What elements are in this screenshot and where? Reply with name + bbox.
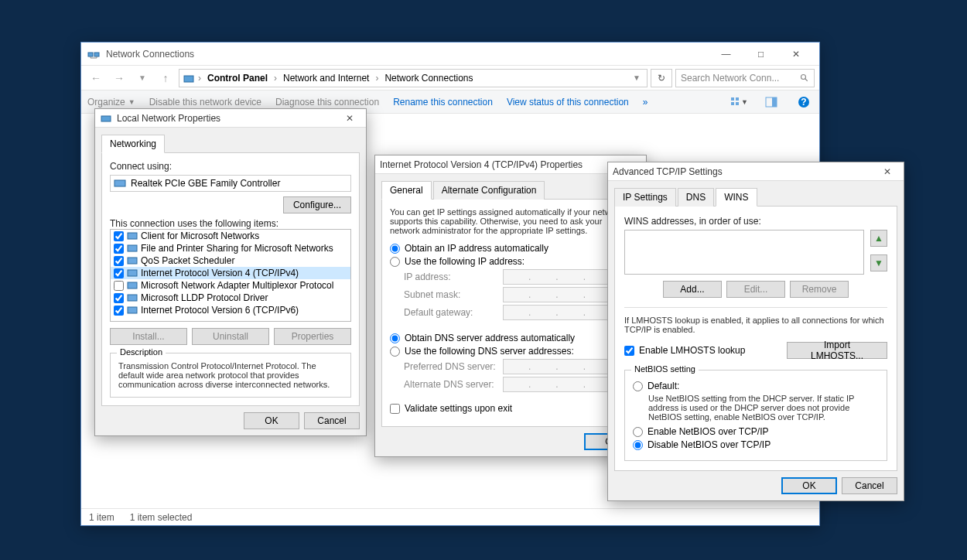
item-checkbox[interactable] [114, 231, 124, 241]
recent-dropdown[interactable]: ▼ [132, 68, 152, 88]
svg-rect-20 [128, 295, 137, 301]
list-item[interactable]: Client for Microsoft Networks [111, 230, 350, 242]
obtain-ip-auto-radio[interactable] [390, 244, 400, 254]
titlebar: Network Connections — □ ✕ [81, 43, 819, 66]
svg-rect-21 [128, 307, 137, 313]
protocol-list[interactable]: Client for Microsoft NetworksFile and Pr… [110, 229, 351, 322]
view-options-icon[interactable]: ▼ [730, 93, 748, 111]
list-item[interactable]: Microsoft Network Adapter Multiplexor Pr… [111, 279, 350, 292]
tab-wins[interactable]: WINS [716, 188, 757, 207]
organize-button[interactable]: Organize ▼ [87, 97, 135, 108]
address-dropdown-icon[interactable]: ▼ [630, 73, 644, 82]
navbar: ← → ▼ ↑ › Control Panel › Network and In… [81, 66, 819, 90]
properties-button[interactable]: Properties [274, 328, 351, 345]
svg-rect-16 [128, 245, 137, 251]
ok-button[interactable]: OK [244, 412, 299, 429]
close-button[interactable]: ✕ [778, 43, 813, 65]
cancel-button[interactable]: Cancel [304, 412, 360, 429]
configure-button[interactable]: Configure... [283, 196, 351, 213]
tab-dns[interactable]: DNS [678, 188, 714, 207]
item-checkbox[interactable] [114, 268, 124, 278]
tab-alternate-configuration[interactable]: Alternate Configuration [433, 181, 545, 200]
item-checkbox[interactable] [114, 306, 124, 316]
rename-button[interactable]: Rename this connection [393, 97, 493, 108]
list-item[interactable]: File and Printer Sharing for Microsoft N… [111, 242, 350, 254]
install-button[interactable]: Install... [110, 328, 187, 345]
svg-rect-14 [114, 180, 125, 186]
crumb-network-internet[interactable]: Network and Internet [280, 71, 372, 85]
ip-address-field: ... [503, 269, 611, 285]
close-button[interactable]: ✕ [338, 111, 361, 126]
item-checkbox[interactable] [114, 256, 124, 266]
disable-device-button[interactable]: Disable this network device [149, 97, 261, 108]
wins-list[interactable] [624, 230, 864, 275]
protocol-icon [127, 230, 138, 241]
item-checkbox[interactable] [114, 281, 124, 291]
network-icon [183, 72, 195, 84]
tab-networking[interactable]: Networking [101, 135, 165, 153]
netbios-default-radio[interactable] [633, 381, 643, 391]
subnet-field: ... [503, 287, 611, 302]
validate-settings-checkbox[interactable] [390, 404, 400, 414]
item-checkbox[interactable] [114, 244, 124, 254]
enable-lmhosts-checkbox[interactable] [624, 346, 634, 356]
preferred-dns-field: ... [503, 359, 611, 374]
search-input[interactable]: Search Network Conn... [675, 69, 815, 87]
item-label: Internet Protocol Version 4 (TCP/IPv4) [141, 268, 299, 278]
minimize-button[interactable]: — [709, 43, 743, 65]
breadcrumb[interactable]: › Control Panel › Network and Internet ›… [179, 69, 648, 87]
use-following-ip-label: Use the following IP address: [405, 256, 525, 267]
netbios-default-desc: Use NetBIOS setting from the DHCP server… [648, 394, 879, 422]
tab-general[interactable]: General [381, 181, 432, 200]
crumb-control-panel[interactable]: Control Panel [204, 71, 271, 85]
crumb-network-connections[interactable]: Network Connections [381, 71, 476, 85]
forward-button[interactable]: → [109, 68, 129, 88]
view-status-button[interactable]: View status of this connection [507, 97, 629, 108]
up-button[interactable]: ↑ [155, 68, 176, 88]
item-label: Microsoft LLDP Protocol Driver [141, 292, 268, 303]
close-button[interactable]: ✕ [876, 164, 899, 179]
svg-rect-10 [772, 97, 777, 107]
gateway-field: ... [503, 305, 611, 320]
diagnose-button[interactable]: Diagnose this connection [275, 97, 379, 108]
remove-button[interactable]: Remove [790, 281, 849, 298]
preview-pane-icon[interactable] [762, 93, 781, 111]
ok-button[interactable]: OK [781, 477, 837, 494]
import-lmhosts-button[interactable]: Import LMHOSTS... [787, 342, 887, 359]
item-checkbox[interactable] [114, 293, 124, 303]
netbios-enable-radio[interactable] [633, 427, 643, 437]
move-down-button[interactable]: ▼ [870, 254, 887, 271]
refresh-button[interactable]: ↻ [651, 69, 672, 87]
netbios-disable-radio[interactable] [633, 440, 643, 450]
netbios-legend: NetBIOS setting [631, 364, 699, 374]
adapter-icon [114, 177, 126, 190]
uninstall-button[interactable]: Uninstall [192, 328, 269, 345]
item-label: Internet Protocol Version 6 (TCP/IPv6) [141, 305, 299, 316]
help-icon[interactable]: ? [794, 93, 813, 111]
cancel-button[interactable]: Cancel [842, 477, 897, 494]
network-icon [100, 112, 112, 125]
svg-rect-2 [184, 76, 193, 82]
edit-button[interactable]: Edit... [726, 281, 785, 298]
list-item[interactable]: Microsoft LLDP Protocol Driver [111, 292, 350, 304]
svg-rect-0 [88, 53, 93, 56]
add-button[interactable]: Add... [663, 281, 722, 298]
enable-lmhosts-label: Enable LMHOSTS lookup [639, 345, 745, 356]
tab-ip-settings[interactable]: IP Settings [614, 188, 676, 207]
list-item[interactable]: Internet Protocol Version 4 (TCP/IPv4) [111, 267, 350, 279]
alternate-dns-label: Alternate DNS server: [404, 379, 497, 390]
ip-address-label: IP address: [404, 271, 497, 282]
obtain-dns-auto-radio[interactable] [390, 333, 400, 343]
maximize-button[interactable]: □ [743, 43, 778, 65]
svg-rect-18 [128, 270, 137, 276]
back-button[interactable]: ← [86, 68, 106, 88]
adapter-field[interactable]: Realtek PCIe GBE Family Controller [110, 175, 351, 192]
list-item[interactable]: QoS Packet Scheduler [111, 254, 350, 267]
use-following-ip-radio[interactable] [390, 257, 400, 267]
use-following-dns-radio[interactable] [390, 347, 400, 357]
list-item[interactable]: Internet Protocol Version 6 (TCP/IPv6) [111, 304, 350, 316]
overflow-button[interactable]: » [643, 97, 648, 108]
svg-rect-5 [731, 97, 734, 101]
svg-rect-1 [94, 53, 99, 56]
move-up-button[interactable]: ▲ [870, 230, 887, 247]
